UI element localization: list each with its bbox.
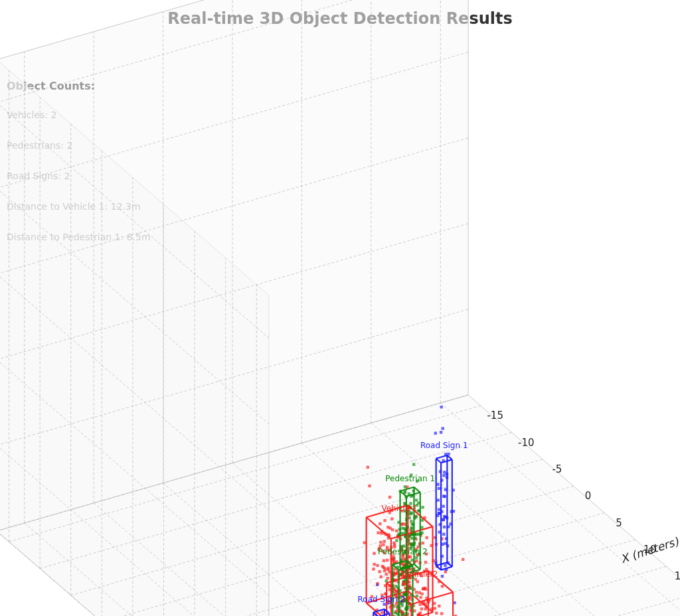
- svg-rect-583: [386, 568, 389, 571]
- svg-rect-318: [383, 519, 386, 522]
- svg-rect-564: [440, 431, 442, 433]
- svg-rect-628: [437, 499, 440, 501]
- svg-rect-711: [442, 533, 445, 536]
- svg-rect-600: [373, 552, 375, 555]
- svg-rect-744: [441, 575, 444, 578]
- svg-rect-486: [380, 576, 382, 578]
- svg-rect-265: [434, 607, 436, 609]
- svg-rect-389: [379, 570, 381, 573]
- bbox-label: Pedestrian 2: [378, 547, 428, 556]
- x-axis-tick: 5: [616, 517, 622, 529]
- svg-rect-588: [413, 609, 416, 612]
- x-axis-tick: -10: [518, 437, 535, 449]
- bbox-label: Vehicle 1: [381, 504, 417, 513]
- svg-rect-611: [404, 485, 406, 488]
- svg-rect-689: [401, 527, 404, 530]
- scene-3d-plot: -15-10-50510152025-15-10-50510150246810 …: [0, 0, 680, 616]
- x-axis-tick: -5: [552, 463, 562, 475]
- svg-rect-702: [438, 512, 440, 514]
- x-axis-tick: 15: [675, 570, 680, 582]
- svg-rect-399: [418, 591, 421, 594]
- svg-rect-386: [379, 541, 382, 544]
- svg-rect-550: [442, 427, 444, 429]
- svg-rect-451: [373, 563, 376, 566]
- svg-rect-519: [382, 566, 384, 569]
- svg-rect-709: [443, 526, 446, 528]
- x-axis-tick: 0: [585, 490, 592, 502]
- svg-rect-258: [438, 605, 440, 607]
- svg-rect-98: [441, 585, 444, 587]
- svg-rect-580: [412, 463, 415, 466]
- svg-rect-730: [410, 543, 413, 546]
- svg-rect-497: [377, 532, 379, 534]
- svg-rect-671: [415, 515, 418, 518]
- svg-rect-430: [367, 466, 369, 469]
- svg-rect-609: [442, 474, 445, 477]
- svg-rect-577: [424, 561, 427, 564]
- svg-rect-557: [382, 560, 385, 562]
- svg-rect-680: [444, 516, 446, 518]
- bbox-label: Vehicle 2: [402, 570, 438, 579]
- svg-rect-434: [379, 522, 381, 525]
- svg-rect-617: [415, 499, 418, 501]
- svg-rect-665: [442, 518, 444, 521]
- svg-rect-579: [363, 541, 366, 544]
- svg-rect-447: [386, 526, 389, 528]
- svg-rect-605: [436, 483, 439, 486]
- svg-rect-440: [401, 522, 404, 525]
- svg-rect-738: [408, 587, 411, 590]
- svg-rect-403: [383, 540, 386, 543]
- svg-rect-637: [438, 487, 440, 490]
- svg-rect-510: [440, 406, 443, 408]
- svg-rect-420: [395, 530, 398, 532]
- svg-rect-591: [376, 564, 379, 567]
- svg-rect-479: [426, 536, 428, 539]
- svg-rect-477: [422, 542, 424, 544]
- svg-rect-525: [383, 570, 386, 572]
- svg-rect-540: [415, 591, 418, 593]
- svg-rect-407: [368, 485, 371, 487]
- svg-rect-527: [420, 593, 423, 595]
- svg-rect-194: [435, 611, 438, 614]
- svg-rect-530: [391, 528, 394, 531]
- svg-rect-541: [381, 611, 383, 614]
- svg-rect-712: [420, 532, 423, 534]
- svg-rect-548: [419, 596, 422, 599]
- svg-rect-422: [422, 587, 424, 590]
- svg-rect-555: [434, 431, 437, 434]
- svg-rect-585: [416, 580, 419, 583]
- bbox-label: Road Sign 1: [420, 441, 468, 450]
- svg-rect-618: [376, 582, 379, 585]
- svg-rect-508: [385, 573, 388, 576]
- svg-rect-676: [410, 537, 413, 540]
- bbox-label: Pedestrian 1: [385, 474, 435, 483]
- svg-rect-99: [462, 558, 464, 561]
- svg-rect-421: [388, 496, 391, 499]
- svg-rect-727: [415, 556, 418, 559]
- svg-rect-404: [372, 568, 375, 570]
- bbox-label: Road Sign 2: [357, 595, 405, 604]
- svg-rect-640: [442, 505, 445, 508]
- svg-rect-501: [386, 559, 388, 562]
- svg-rect-595: [443, 471, 446, 473]
- svg-rect-216: [420, 607, 423, 610]
- svg-rect-498: [386, 577, 389, 579]
- svg-rect-459: [390, 517, 393, 520]
- svg-rect-652: [444, 495, 446, 498]
- svg-rect-643: [421, 506, 424, 508]
- svg-rect-522: [394, 610, 397, 613]
- svg-rect-466: [382, 543, 384, 546]
- svg-rect-743: [444, 564, 446, 567]
- svg-rect-570: [409, 596, 412, 599]
- svg-rect-729: [410, 559, 413, 562]
- svg-rect-700: [395, 539, 398, 542]
- svg-rect-121: [419, 603, 422, 605]
- svg-rect-148: [440, 612, 443, 615]
- svg-rect-659: [410, 520, 412, 522]
- x-axis-tick: -15: [487, 410, 503, 422]
- svg-rect-661: [438, 508, 440, 510]
